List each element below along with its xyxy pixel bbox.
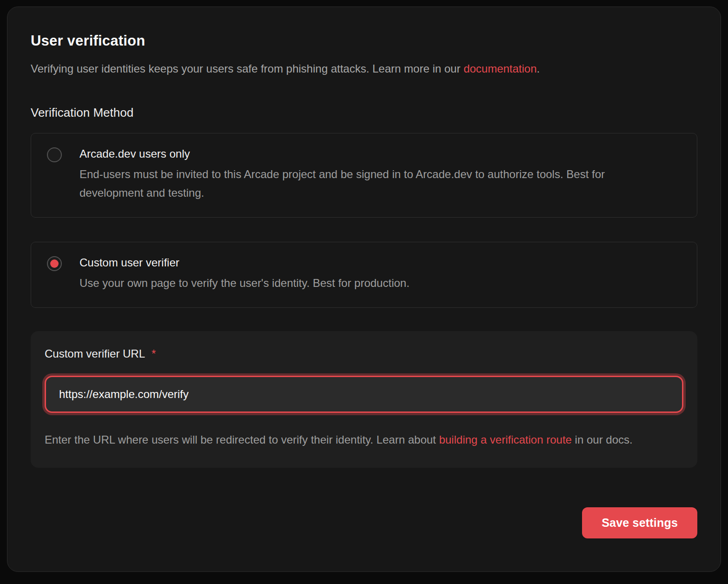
verification-method-heading: Verification Method xyxy=(31,106,697,119)
option-arcade-users-only-content: Arcade.dev users only End-users must be … xyxy=(79,146,665,202)
option-title: Custom user verifier xyxy=(79,255,410,270)
option-arcade-users-only[interactable]: Arcade.dev users only End-users must be … xyxy=(31,133,697,218)
save-settings-button[interactable]: Save settings xyxy=(582,507,697,538)
radio-unselected-icon[interactable] xyxy=(47,147,62,162)
option-title: Arcade.dev users only xyxy=(79,146,665,161)
custom-verifier-panel: Custom verifier URL* Enter the URL where… xyxy=(31,331,697,468)
actions-row: Save settings xyxy=(31,507,697,538)
radio-selected-icon[interactable] xyxy=(47,256,62,271)
required-asterisk: * xyxy=(152,347,156,360)
option-description: Use your own page to verify the user's i… xyxy=(79,274,410,292)
option-custom-user-verifier[interactable]: Custom user verifier Use your own page t… xyxy=(31,242,697,308)
documentation-link[interactable]: documentation xyxy=(463,62,536,75)
building-verification-route-link[interactable]: building a verification route xyxy=(439,433,572,446)
helper-text-before: Enter the URL where users will be redire… xyxy=(45,433,439,446)
page-title: User verification xyxy=(31,32,697,50)
option-description: End-users must be invited to this Arcade… xyxy=(79,165,665,202)
option-custom-user-verifier-content: Custom user verifier Use your own page t… xyxy=(79,255,410,292)
custom-verifier-url-label-text: Custom verifier URL xyxy=(45,347,145,360)
custom-verifier-url-label: Custom verifier URL* xyxy=(45,347,683,361)
page-description-text: Verifying user identities keeps your use… xyxy=(31,62,463,75)
custom-verifier-url-input[interactable] xyxy=(45,376,683,413)
user-verification-card: User verification Verifying user identit… xyxy=(7,7,721,572)
page-description-period: . xyxy=(537,62,540,75)
page-description: Verifying user identities keeps your use… xyxy=(31,62,697,76)
helper-text: Enter the URL where users will be redire… xyxy=(45,431,683,449)
helper-text-after: in our docs. xyxy=(572,433,633,446)
